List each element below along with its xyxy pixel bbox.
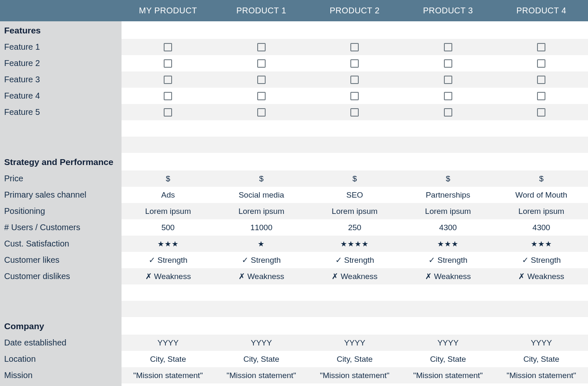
checkbox-icon[interactable] [350,108,359,117]
empty-cell [122,301,215,317]
empty-cell [215,120,308,137]
checkbox-icon[interactable] [444,92,452,100]
value-text: 250 [348,223,361,232]
checkbox-icon[interactable] [164,92,172,100]
value-text: Partnerships [426,190,470,199]
checkbox-icon[interactable] [350,76,359,84]
row-label-text: Date established [4,338,66,347]
empty-cell [215,317,308,335]
value-text: $ [166,174,170,183]
row-label-text: Customer likes [4,255,59,264]
empty-cell [401,137,494,153]
table-row: Mission"Mission statement""Mission state… [0,367,588,383]
column-header-label: PRODUCT 4 [516,6,566,15]
checkbox-icon[interactable] [350,92,359,100]
value-cell [494,71,588,88]
checkbox-icon[interactable] [257,43,266,51]
empty-cell [215,21,308,39]
value-text: "Mission statement" [320,371,390,380]
empty-cell [308,153,401,170]
value-cell: SEO [308,187,401,203]
empty-cell [494,301,588,317]
column-header: PRODUCT 3 [401,0,494,21]
empty-cell [401,317,494,335]
checkbox-icon[interactable] [537,108,545,117]
value-cell: % [308,383,401,386]
checkbox-icon[interactable] [537,43,545,51]
row-label-text: Feature 5 [4,107,40,117]
row-label: Feature 5 [0,104,122,120]
empty-cell [215,284,308,301]
row-label-text: Customer dislikes [4,272,70,281]
value-text: ✗ Weakness [145,272,191,281]
checkbox-icon[interactable] [444,108,452,117]
checkbox-icon[interactable] [537,59,545,68]
checkbox-icon[interactable] [350,59,359,68]
value-cell [494,104,588,120]
value-text: 4300 [439,223,457,232]
value-cell [122,88,215,104]
value-cell: % [215,383,308,386]
empty-cell [122,284,215,301]
value-cell [308,55,401,71]
row-label-text: Feature 3 [4,75,40,84]
empty-cell [494,21,588,39]
checkbox-icon[interactable] [257,76,266,84]
value-text: City, State [243,355,279,363]
value-cell: ★★★ [401,236,494,252]
star-rating: ★★★ [531,240,552,248]
value-cell: Lorem ipsum [494,203,588,219]
row-label-text: Feature 2 [4,58,40,68]
value-cell: $ [401,170,494,187]
value-cell [122,104,215,120]
checkbox-icon[interactable] [444,76,452,84]
column-header: MY PRODUCT [122,0,215,21]
spacer-label [0,284,122,301]
checkbox-icon[interactable] [537,76,545,84]
checkbox-icon[interactable] [164,108,172,117]
comparison-table: MY PRODUCTPRODUCT 1PRODUCT 2PRODUCT 3PRO… [0,0,588,386]
value-cell [215,88,308,104]
checkbox-icon[interactable] [350,43,359,51]
value-cell [215,39,308,55]
row-label-text: Price [4,174,23,183]
value-text: "Mission statement" [227,371,297,380]
value-cell: Partnerships [401,187,494,203]
empty-cell [308,120,401,137]
row-label: Customer dislikes [0,268,122,284]
empty-cell [401,301,494,317]
value-text: "Mission statement" [413,371,483,380]
table-row: Feature 4 [0,88,588,104]
value-cell: $ [308,170,401,187]
value-cell: "Mission statement" [494,367,588,383]
value-cell [494,39,588,55]
empty-cell [494,153,588,170]
checkbox-icon[interactable] [257,92,266,100]
value-cell: % [401,383,494,386]
value-cell: ★★★ [122,236,215,252]
value-text: "Mission statement" [507,371,576,380]
value-text: YYYY [531,338,552,347]
value-text: "Mission statement" [133,371,203,380]
checkbox-icon[interactable] [164,76,172,84]
value-cell: % [122,383,215,386]
checkbox-icon[interactable] [257,59,266,68]
star-rating: ★★★ [437,240,459,248]
empty-cell [308,21,401,39]
value-text: ✗ Weakness [518,272,564,281]
checkbox-icon[interactable] [164,43,172,51]
value-cell: ✗ Weakness [308,268,401,284]
checkbox-icon[interactable] [444,43,452,51]
row-label: Positioning [0,203,122,219]
empty-cell [308,317,401,335]
value-cell: "Mission statement" [215,367,308,383]
section-title: Strategy and Performance [0,153,122,170]
value-text: $ [259,174,264,183]
header-blank [0,0,122,21]
checkbox-icon[interactable] [257,108,266,117]
row-label: Price [0,170,122,187]
checkbox-icon[interactable] [164,59,172,68]
checkbox-icon[interactable] [444,59,452,68]
checkbox-icon[interactable] [537,92,545,100]
empty-cell [122,153,215,170]
